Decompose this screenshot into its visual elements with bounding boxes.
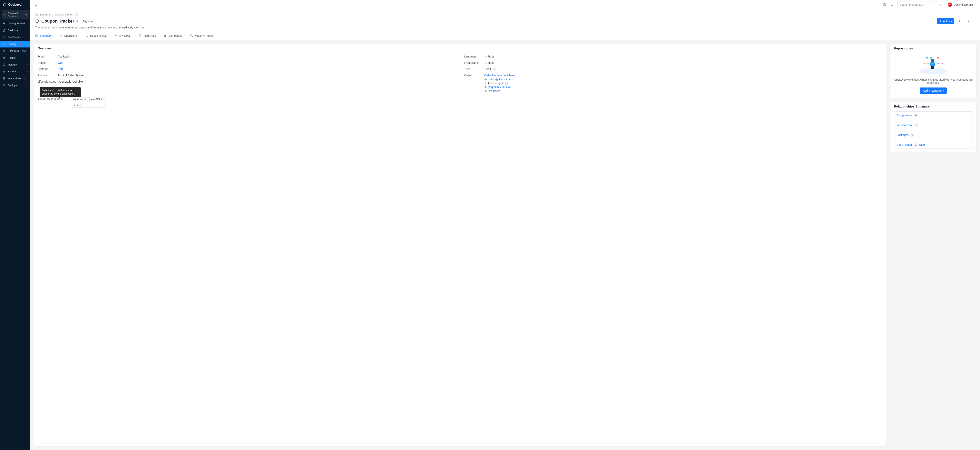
new-badge: NEW	[920, 144, 925, 146]
content: Components / coupon_tracker Coupon Track…	[30, 10, 980, 450]
export-button[interactable]	[956, 18, 963, 24]
tab-campaigns[interactable]: Campaigns	[164, 32, 182, 40]
relationship-link[interactable]: Infrastructure	[897, 124, 913, 127]
owner-email-link[interactable]: orders@jklabs.com	[488, 78, 512, 81]
sidebar-item-dashboard[interactable]: Dashboard	[0, 27, 30, 34]
info-icon[interactable]: i	[493, 68, 496, 70]
tab-label: Operations	[64, 34, 78, 37]
tab-summary[interactable]: Summary	[35, 32, 51, 40]
add-repository-button[interactable]: Add a Repository	[920, 88, 947, 94]
actions-button[interactable]: Actions	[937, 18, 954, 24]
owner-jira-link[interactable]: Jira Board	[488, 89, 501, 93]
svg-rect-27	[930, 62, 935, 66]
download-icon	[958, 20, 961, 22]
relationship-row-components[interactable]: Components 0	[894, 112, 973, 119]
relationship-row-code-issues[interactable]: Code Issues 0 NEW	[894, 141, 973, 149]
framework-value: Rails	[488, 61, 494, 64]
settings-menu-button[interactable]	[965, 18, 975, 24]
svg-point-18	[115, 35, 116, 36]
gear-icon	[3, 84, 6, 87]
remove-chip-button[interactable]: ✕	[84, 98, 86, 101]
breadcrumb: Components / coupon_tracker	[30, 10, 980, 18]
relationship-link[interactable]: Code Issues	[897, 143, 912, 146]
tab-tech-docs[interactable]: Tech Docs	[138, 32, 156, 40]
breadcrumb-root[interactable]: Components	[35, 13, 51, 16]
sidebar-item-maturity[interactable]: Maturity ›	[0, 61, 30, 68]
svg-point-32	[942, 63, 943, 64]
platform-chips: Windows✕ macOS✕	[71, 97, 105, 101]
svg-point-9	[4, 85, 5, 86]
copy-id-icon[interactable]	[75, 13, 78, 16]
edit-description-button[interactable]	[142, 26, 145, 29]
sidebar-item-integrations[interactable]: Integrations ⚠	[0, 75, 30, 82]
product-label: Product	[38, 74, 56, 77]
copy-slack-icon[interactable]	[505, 82, 508, 85]
search-input[interactable]	[897, 2, 943, 8]
sidebar-detected-count: 0	[25, 13, 27, 16]
tab-api-docs[interactable]: API Docs	[114, 32, 130, 40]
relationship-link[interactable]: Components	[897, 114, 912, 117]
new-badge: NEW	[22, 50, 27, 52]
check-circle-icon	[190, 34, 193, 37]
tab-label: Campaigns	[169, 34, 182, 37]
breadcrumb-current: coupon_tracker	[54, 13, 73, 16]
relationships-summary-card: Relationships Summary Components 0 Infra…	[890, 102, 977, 152]
operations-icon	[59, 34, 62, 37]
tab-operations[interactable]: Operations	[59, 32, 78, 40]
owner-pagerduty-link[interactable]: PagerDuty On-Call	[488, 86, 511, 89]
count-badge: 0	[915, 123, 918, 127]
search-field[interactable]	[900, 3, 939, 6]
collapse-sidebar-button[interactable]	[33, 2, 38, 7]
sidebar-item-label: Integrations	[8, 77, 21, 80]
logo[interactable]: OpsLevel	[0, 0, 30, 10]
owner-team-link[interactable]: Order Management Team	[484, 74, 515, 77]
home-icon	[3, 29, 6, 32]
language-label: Language	[465, 55, 482, 58]
edit-title-button[interactable]	[76, 20, 79, 22]
language-value: Ruby	[488, 55, 495, 58]
svg-point-30	[928, 63, 929, 64]
sidebar-item-getting-started[interactable]: Getting Started	[0, 20, 30, 27]
warning-icon: ⚠	[24, 77, 26, 80]
sidebar-item-detected-services[interactable]: Detected Services 0	[2, 10, 29, 19]
relationship-link[interactable]: Packages	[897, 133, 908, 137]
repositories-card: Repositories OpsLevel wo	[890, 44, 977, 98]
tab-maturity-report[interactable]: Maturity Report	[190, 32, 214, 40]
chevron-right-icon: ›	[27, 57, 28, 59]
svg-rect-7	[3, 79, 4, 80]
user-menu[interactable]: DD Dominik Dorosz	[948, 3, 977, 7]
sidebar-item-reports[interactable]: Reports ›	[0, 68, 30, 75]
sidebar-item-docs-hub[interactable]: Docs Hub NEW	[0, 48, 30, 54]
product-value: Point of Sales System	[57, 74, 84, 77]
relationship-row-packages[interactable]: Packages 0	[894, 131, 973, 139]
svg-rect-13	[36, 35, 38, 37]
system-link[interactable]: Cart	[57, 67, 63, 70]
sidebar-item-label: Catalog	[8, 43, 16, 46]
sidebar-item-label: Settings	[8, 84, 17, 87]
help-icon[interactable]	[882, 2, 887, 7]
domain-link[interactable]: Web	[57, 61, 63, 64]
relationship-row-infrastructure[interactable]: Infrastructure 0	[894, 121, 973, 129]
catalog-icon	[3, 43, 6, 46]
tab-relationships[interactable]: Relationships	[85, 32, 107, 40]
svg-rect-6	[5, 78, 5, 78]
main: DD Dominik Dorosz Components / coupon_tr…	[30, 0, 980, 450]
info-icon[interactable]: i	[85, 80, 87, 83]
campaigns-icon	[164, 34, 167, 37]
remove-chip-button[interactable]: ✕	[101, 98, 103, 101]
sidebar-item-self-service[interactable]: Self-Service ›	[0, 34, 30, 41]
platforms-tooltip: Select which platforms are supported by …	[40, 87, 81, 97]
logo-text: OpsLevel	[8, 3, 22, 6]
chevron-right-icon: ›	[27, 84, 28, 86]
announcements-icon[interactable]	[889, 2, 895, 7]
sidebar-item-people[interactable]: People ›	[0, 54, 30, 61]
sidebar-item-catalog[interactable]: Catalog ›	[0, 41, 30, 48]
search-icon	[939, 3, 941, 6]
info-icon[interactable]: i	[65, 97, 67, 100]
ruby-icon	[484, 55, 487, 58]
add-platform-button[interactable]: ＋Add	[71, 103, 105, 107]
docs-icon	[3, 49, 6, 53]
tabs: Summary Operations Relationships API Doc…	[30, 32, 980, 40]
sidebar-item-settings[interactable]: Settings ›	[0, 82, 30, 89]
svg-point-31	[938, 63, 939, 64]
